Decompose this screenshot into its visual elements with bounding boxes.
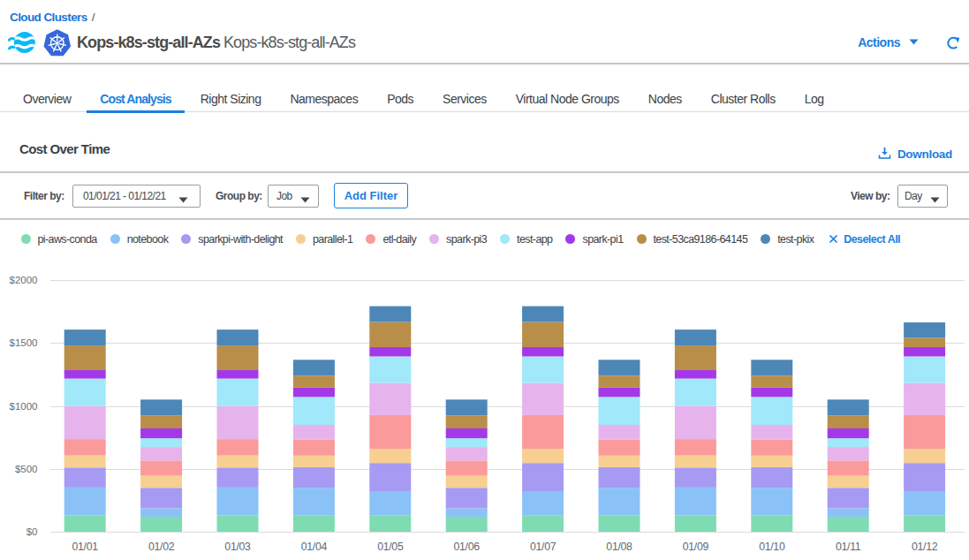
svg-text:01/09: 01/09 — [683, 541, 709, 553]
svg-text:$0: $0 — [26, 526, 38, 537]
svg-text:01/02: 01/02 — [148, 541, 175, 553]
svg-text:01/01: 01/01 — [72, 541, 99, 553]
svg-text:$2000: $2000 — [10, 275, 38, 285]
svg-text:01/08: 01/08 — [606, 541, 632, 553]
svg-text:01/03: 01/03 — [224, 541, 251, 553]
svg-text:$1000: $1000 — [10, 401, 38, 412]
svg-text:01/10: 01/10 — [759, 541, 785, 553]
svg-text:01/12: 01/12 — [912, 541, 938, 553]
svg-text:01/11: 01/11 — [836, 541, 861, 553]
svg-text:01/05: 01/05 — [377, 541, 404, 553]
svg-text:01/04: 01/04 — [301, 541, 328, 553]
svg-text:$500: $500 — [15, 464, 38, 474]
svg-text:01/06: 01/06 — [454, 541, 481, 553]
svg-text:$1500: $1500 — [10, 337, 38, 348]
svg-text:01/07: 01/07 — [530, 541, 556, 553]
